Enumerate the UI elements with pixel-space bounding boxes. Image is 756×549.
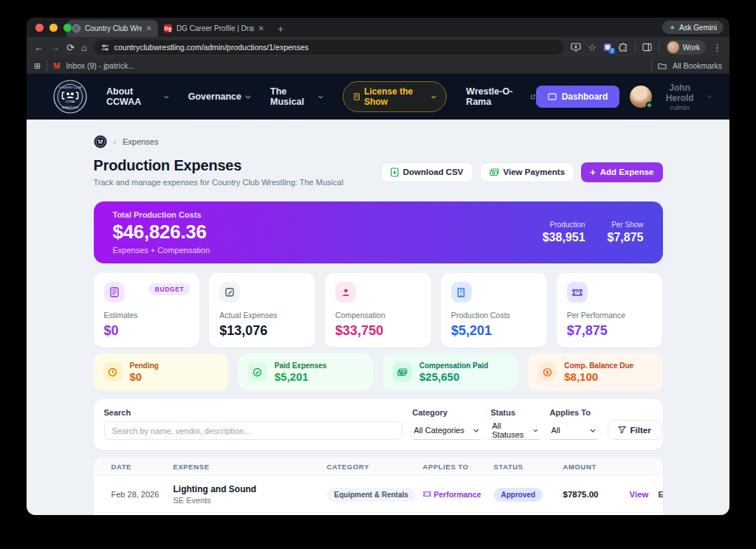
tab-country-club-wrestling[interactable]: Country Club Wrestling Asso ✕ (66, 20, 158, 37)
chevron-down-icon (245, 95, 251, 99)
filter-bar: Search Category All Categories Status Al… (94, 399, 663, 450)
banner-production-stat: Production $38,951 (543, 221, 585, 244)
tab-groups-icon[interactable]: ⊞ (34, 62, 41, 70)
divider (659, 42, 659, 52)
browser-toolbar: ← → ⟳ ⌂ countryclubwrestling.com/admin/p… (27, 37, 729, 58)
edit-link[interactable]: Edit (659, 490, 663, 499)
total-costs-banner: Total Production Costs $46,826.36 Expens… (94, 201, 663, 263)
tab-strip: Country Club Wrestling Asso ✕ Dg DG Care… (27, 18, 729, 37)
search-input[interactable] (104, 421, 402, 440)
minimize-window-button[interactable] (49, 24, 58, 32)
page-content: › Expenses Production Expenses Track and… (27, 120, 729, 515)
stat-card-compensation: Compensation $33,750 (325, 273, 431, 348)
status-badge: Approved (494, 488, 543, 502)
category-select[interactable]: All Categories (413, 421, 481, 440)
stat-card-estimates: BUDGET Estimates $0 (94, 273, 200, 348)
bookmark-inbox[interactable]: Inbox (9) - jpatrick... (66, 61, 134, 70)
svg-text:WRESTLING: WRESTLING (62, 106, 79, 109)
divider (651, 61, 652, 71)
chevron-down-icon (318, 95, 323, 99)
add-expense-button[interactable]: + Add Expense (581, 162, 662, 182)
nav-wrestle-o-rama[interactable]: Wrestle-O-Rama (466, 86, 535, 107)
user-menu[interactable]: John Herold Admin (662, 83, 697, 111)
check-circle-icon (248, 362, 267, 381)
extension-icon[interactable]: 2 (603, 43, 612, 52)
view-link[interactable]: View (630, 490, 649, 499)
edit-document-icon (219, 282, 240, 303)
ticket-icon (567, 282, 588, 303)
browser-menu-icon[interactable]: ⋮ (712, 43, 722, 52)
dg-favicon: Dg (164, 24, 172, 32)
chevron-down-icon (533, 429, 538, 432)
breadcrumb: › Expenses (94, 120, 663, 148)
install-icon[interactable] (571, 43, 581, 52)
category-label: Category (413, 408, 481, 417)
banner-label: Total Production Costs (113, 210, 210, 219)
stat-card-per-performance: Per Performance $7,875 (557, 273, 663, 348)
expenses-table: DATE EXPENSE CATEGORY APPLIES TO STATUS … (94, 458, 663, 515)
site-info-icon[interactable] (101, 44, 109, 52)
side-panel-icon[interactable] (642, 43, 652, 52)
chevron-down-icon[interactable] (707, 94, 712, 99)
online-status-dot (646, 102, 653, 108)
document-icon (354, 92, 360, 101)
budget-badge: BUDGET (148, 283, 191, 295)
close-window-button[interactable] (35, 24, 44, 32)
url-text[interactable]: countryclubwrestling.com/admin/productio… (114, 43, 309, 52)
chevron-down-icon (473, 429, 479, 432)
extensions-puzzle-icon[interactable] (619, 43, 628, 52)
download-file-icon (391, 168, 399, 177)
forward-button[interactable]: → (50, 43, 60, 52)
divider (635, 42, 636, 52)
applies-to-select[interactable]: All (550, 421, 597, 440)
profile-avatar (667, 41, 679, 53)
all-bookmarks-button[interactable]: All Bookmarks (673, 61, 722, 70)
expense-vendor: SE Events (173, 496, 327, 505)
home-button[interactable]: ⌂ (81, 43, 87, 52)
tab-dg-career-profile[interactable]: Dg DG Career Profile | Dramatist ✕ (158, 20, 270, 37)
download-csv-button[interactable]: Download CSV (381, 162, 473, 182)
bookmark-star-icon[interactable]: ☆ (588, 43, 597, 52)
ask-gemini-button[interactable]: ✦ Ask Gemini (662, 21, 724, 34)
plus-icon: + (590, 168, 596, 177)
nav-the-musical[interactable]: The Musical (270, 86, 323, 107)
breadcrumb-separator: › (114, 137, 117, 146)
status-label: Status (491, 408, 540, 417)
tab-title: DG Career Profile | Dramatist (176, 24, 254, 32)
payments-icon (489, 168, 499, 176)
summary-card-pending: Pending $0 (94, 353, 228, 390)
svg-text:$: $ (546, 370, 549, 376)
nav-governance[interactable]: Governance (188, 92, 251, 102)
table-header-row: DATE EXPENSE CATEGORY APPLIES TO STATUS … (94, 458, 663, 476)
filter-button[interactable]: Filter (608, 420, 662, 440)
banner-value: $46,826.36 (113, 221, 210, 244)
new-tab-button[interactable]: + (278, 23, 284, 35)
folder-icon (658, 62, 667, 69)
nav-about-ccwaa[interactable]: About CCWAA (106, 86, 169, 107)
table-row: Jan 23, 2026 Show Flyers Marketing & Pro… (94, 513, 663, 515)
address-bar[interactable]: countryclubwrestling.com/admin/productio… (94, 40, 564, 55)
site-header: COUNTRY CLUB WRESTLING CCWAA About CCWAA… (27, 74, 729, 120)
expense-name: Lighting and Sound (173, 484, 327, 494)
browser-profile-button[interactable]: Work (666, 40, 706, 55)
page-actions: Download CSV View Payments + Add Expense (381, 162, 663, 182)
dashboard-button[interactable]: Dashboard (536, 86, 620, 108)
back-button[interactable]: ← (34, 43, 44, 52)
external-link-icon (530, 94, 536, 100)
gmail-icon: M (53, 61, 60, 70)
user-avatar[interactable] (630, 86, 652, 108)
view-payments-button[interactable]: View Payments (480, 162, 575, 182)
close-tab-icon[interactable]: ✕ (146, 24, 152, 32)
ccwaa-logo[interactable]: COUNTRY CLUB WRESTLING CCWAA (53, 80, 87, 114)
main-nav: About CCWAA Governance The Musical Licen… (106, 81, 536, 112)
reload-button[interactable]: ⟳ (66, 43, 75, 52)
breadcrumb-logo[interactable] (94, 135, 107, 148)
calculator-icon (104, 282, 125, 303)
close-tab-icon[interactable]: ✕ (258, 24, 264, 32)
banner-subtext: Expenses + Compensation (113, 246, 210, 255)
chevron-down-icon (590, 429, 596, 432)
status-select[interactable]: All Statuses (491, 421, 540, 440)
maximize-window-button[interactable] (63, 24, 72, 32)
svg-text:CCWAA: CCWAA (66, 100, 75, 103)
license-the-show-button[interactable]: License the Show (343, 81, 447, 112)
